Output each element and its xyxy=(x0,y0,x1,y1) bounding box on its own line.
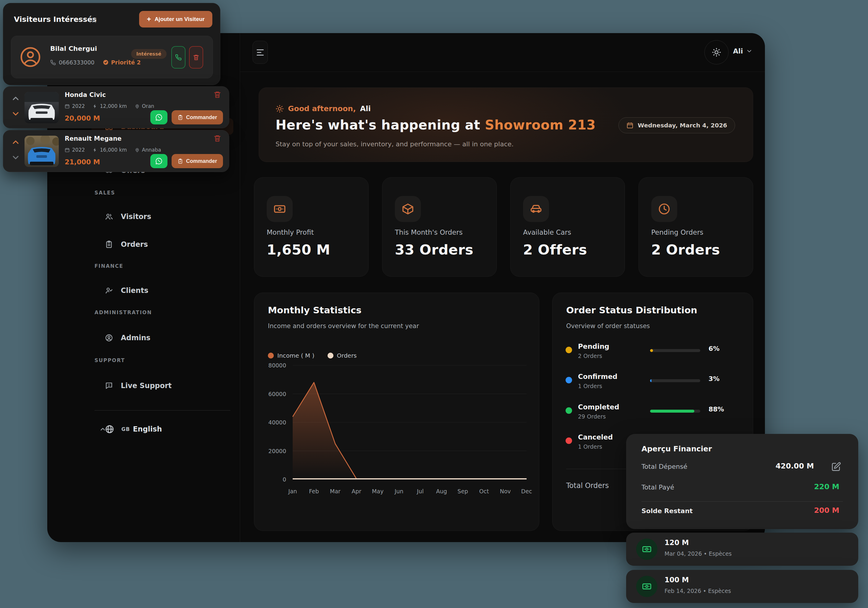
date-text: Wednesday, March 4, 2026 xyxy=(638,122,727,129)
move-down-button[interactable] xyxy=(11,153,20,162)
move-down-button[interactable] xyxy=(11,109,20,118)
sidebar-item-live-support[interactable]: Live Support xyxy=(91,378,233,394)
visitor-name: Bilal Chergui xyxy=(50,45,97,52)
add-visitor-button[interactable]: + Ajouter un Visiteur xyxy=(139,11,212,28)
status-count: 1 Orders xyxy=(578,443,602,450)
status-progress-bar xyxy=(650,379,700,382)
menu-toggle-button[interactable] xyxy=(253,41,268,64)
financial-overview-panel: Aperçu Financier Total Dépensé 420.00 M … xyxy=(626,434,858,529)
total-spent-label: Total Dépensé xyxy=(642,463,687,470)
panel-subtitle: Income and orders overview for the curre… xyxy=(268,322,419,330)
sidebar-item-label: Admins xyxy=(121,334,150,342)
x-tick-label: Mar xyxy=(330,488,341,494)
language-selector[interactable]: GB English xyxy=(91,420,233,438)
stat-card-month-orders: This Month's Orders 33 Orders xyxy=(382,177,497,277)
chevron-up-icon xyxy=(99,426,106,433)
total-paid-label: Total Payé xyxy=(642,484,674,491)
status-progress-bar xyxy=(650,349,700,352)
user-menu[interactable]: Ali xyxy=(733,47,753,55)
move-up-button[interactable] xyxy=(11,137,20,147)
header-divider xyxy=(240,72,765,72)
status-label: Pending xyxy=(578,342,609,350)
sidebar-item-clients[interactable]: Clients xyxy=(91,282,233,299)
status-progress-fill xyxy=(650,379,651,382)
financial-divider xyxy=(642,501,843,502)
status-percentage: 88% xyxy=(708,406,724,413)
x-tick-label: Nov xyxy=(500,488,511,494)
move-up-button[interactable] xyxy=(11,94,20,103)
theme-toggle-button[interactable] xyxy=(704,40,728,64)
sun-icon xyxy=(712,48,721,57)
stat-value: 2 Orders xyxy=(651,241,720,258)
sidebar-item-label: Visitors xyxy=(121,213,151,221)
visitor-status-badge: Intéressé xyxy=(131,49,167,59)
chevron-down-icon xyxy=(746,48,753,54)
call-visitor-button[interactable] xyxy=(171,46,186,68)
sidebar-item-label: Live Support xyxy=(121,382,172,390)
y-tick-label: 60000 xyxy=(268,391,286,397)
total-paid-value: 220 M xyxy=(814,482,839,491)
user-name: Ali xyxy=(733,47,743,55)
calendar-icon xyxy=(65,148,70,152)
desktop: Dashboard Offers SALES Visitors Orders F… xyxy=(0,0,868,608)
payment-amount: 120 M xyxy=(665,538,689,547)
financial-panel-title: Aperçu Financier xyxy=(642,445,712,453)
car-price: 20,000 M xyxy=(65,114,100,122)
calendar-icon xyxy=(626,122,634,129)
y-tick-label: 80000 xyxy=(268,362,286,369)
y-tick-label: 40000 xyxy=(268,419,286,426)
payment-list-item: 100 M Feb 14, 2026 • Espèces xyxy=(626,570,858,603)
x-tick-label: Apr xyxy=(352,488,361,494)
clipboard-check-icon xyxy=(178,115,183,120)
status-dot xyxy=(566,377,572,383)
total-spent-value: 420.00 M xyxy=(775,462,814,470)
sidebar-section-support: SUPPORT xyxy=(95,358,125,363)
date-display: Wednesday, March 4, 2026 xyxy=(618,117,735,133)
total-orders-label: Total Orders xyxy=(566,482,609,490)
greeting-user: Ali xyxy=(360,104,371,113)
greeting: Good afternoon, Ali xyxy=(276,104,370,113)
status-row-confirmed: Confirmed 1 Orders 3% xyxy=(553,373,753,397)
sidebar-item-label: Orders xyxy=(121,240,148,249)
status-progress-fill xyxy=(650,410,694,413)
payment-amount: 100 M xyxy=(665,576,689,584)
language-label: English xyxy=(133,425,162,433)
whatsapp-button[interactable] xyxy=(150,110,167,124)
welcome-banner: Good afternoon, Ali Here's what's happen… xyxy=(259,87,753,162)
stat-card-available-cars: Available Cars 2 Offers xyxy=(510,177,625,277)
car-price: 21,000 M xyxy=(65,158,100,166)
showroom-name: Showroom 213 xyxy=(485,117,596,132)
car-name: Renault Megane xyxy=(65,135,122,142)
status-dot xyxy=(566,347,572,353)
panel-title: Order Status Distribution xyxy=(566,305,697,316)
status-row-pending: Pending 2 Orders 6% xyxy=(553,342,753,366)
banknote-icon xyxy=(273,202,286,216)
status-dot xyxy=(566,407,572,414)
order-button[interactable]: Commander xyxy=(172,154,223,168)
car-icon xyxy=(530,202,542,216)
status-label: Completed xyxy=(578,403,619,411)
cash-payment-icon xyxy=(642,582,652,591)
car-photo xyxy=(25,92,59,123)
whatsapp-button[interactable] xyxy=(150,154,167,168)
delete-visitor-button[interactable] xyxy=(189,46,203,68)
order-button[interactable]: Commander xyxy=(172,110,223,124)
sidebar-item-orders[interactable]: Orders xyxy=(91,236,233,253)
x-tick-label: Aug xyxy=(436,488,447,494)
visitor-avatar xyxy=(20,46,41,68)
sidebar-item-visitors[interactable]: Visitors xyxy=(91,208,233,225)
language-code: GB xyxy=(121,426,130,432)
bolt-icon xyxy=(93,148,98,152)
stat-label: Available Cars xyxy=(523,229,571,236)
delete-car-button[interactable] xyxy=(214,134,221,142)
sidebar-item-admins[interactable]: Admins xyxy=(91,330,233,346)
edit-amount-icon[interactable] xyxy=(831,462,841,472)
delete-car-button[interactable] xyxy=(214,91,221,98)
panel-subtitle: Overview of order statuses xyxy=(566,322,650,330)
stat-label: Monthly Profit xyxy=(267,229,314,236)
status-count: 1 Orders xyxy=(578,383,602,389)
payment-meta: Mar 04, 2026 • Espèces xyxy=(665,550,732,557)
sidebar-section-administration: ADMINISTRATION xyxy=(95,309,152,316)
x-tick-label: Feb xyxy=(309,488,319,494)
balance-label: Solde Restant xyxy=(642,507,693,515)
